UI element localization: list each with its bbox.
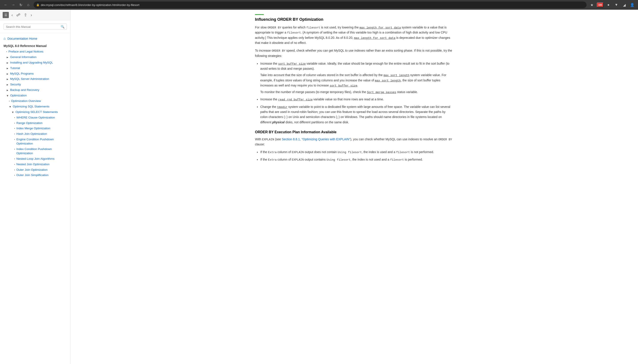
- bullet-icon: •: [14, 132, 15, 136]
- nav-item-nested-join[interactable]: • Nested Join Optimization: [0, 162, 71, 167]
- sidebar-toolbar: ☰ ‹ ☍ ⇧ ›: [0, 10, 71, 20]
- explain-item-2: If the Extra column of EXPLAIN output co…: [260, 157, 454, 162]
- content-inner: Influencing ORDER BY Optimization For sl…: [246, 10, 462, 174]
- nav-item-index-merge[interactable]: • Index Merge Optimization: [0, 126, 71, 131]
- extensions-button[interactable]: ●: [605, 2, 611, 8]
- content-area: Influencing ORDER BY Optimization For sl…: [71, 10, 638, 364]
- nav-item-sql-statements[interactable]: ▼ Optimizing SQL Statements: [0, 104, 71, 110]
- badge-button[interactable]: 100: [597, 2, 603, 7]
- programs-link[interactable]: MySQL Programs: [10, 72, 34, 76]
- star-button[interactable]: ★: [589, 2, 595, 8]
- browser-actions: ★ 100 ● ▼ ◢ 👤: [589, 2, 635, 8]
- bullet1-text2: Take into account that the size of colum…: [260, 72, 454, 88]
- nav-item-where-clause[interactable]: • WHERE Clause Optimization: [0, 115, 71, 120]
- nav-item-security[interactable]: ► Security: [0, 82, 71, 87]
- bullet1-text3: To monitor the number of merge passes (t…: [260, 90, 454, 95]
- range-link[interactable]: Range Optimization: [16, 121, 43, 125]
- explain-section-link[interactable]: Section 8.8.1, "Optimizing Queries with …: [282, 138, 350, 141]
- nested-join-link[interactable]: Nested Join Optimization: [16, 162, 50, 166]
- bullet-icon: •: [6, 50, 7, 54]
- preface-link[interactable]: Preface and Legal Notices: [9, 50, 43, 54]
- forward-button[interactable]: →: [10, 2, 16, 8]
- outer-join-link[interactable]: Outer Join Optimization: [16, 168, 48, 172]
- sql-statements-link[interactable]: Optimizing SQL Statements: [13, 104, 50, 109]
- arrow-icon: ►: [6, 78, 9, 81]
- bullet-icon: •: [14, 116, 15, 120]
- select-statements-link[interactable]: Optimizing SELECT Statements: [16, 110, 58, 114]
- reload-button[interactable]: ↻: [18, 2, 24, 8]
- nav-item-hash-join[interactable]: • Hash Join Optimization: [0, 131, 71, 137]
- arrow-icon: ►: [6, 72, 9, 76]
- optimization-link[interactable]: Optimization: [10, 94, 27, 98]
- index-condition-link[interactable]: Index Condition Pushdown Optimization: [16, 147, 67, 156]
- index-merge-link[interactable]: Index Merge Optimization: [16, 126, 50, 130]
- address-bar-container[interactable]: 🔒: [34, 2, 586, 8]
- tutorial-link[interactable]: Tutorial: [10, 66, 20, 70]
- server-admin-link[interactable]: MySQL Server Administration: [10, 77, 49, 81]
- bullet-icon: •: [14, 163, 15, 166]
- arrow-down-icon: ▼: [6, 94, 9, 98]
- nav-item-overview[interactable]: • Optimization Overview: [0, 98, 71, 104]
- nav-item-nested-loop[interactable]: • Nested-Loop Join Algorithms: [0, 156, 71, 162]
- nav-item-preface[interactable]: • Preface and Legal Notices: [0, 49, 71, 54]
- installing-link[interactable]: Installing and Upgrading MySQL: [10, 61, 53, 65]
- back-button[interactable]: ←: [3, 2, 9, 8]
- puzzle-icon[interactable]: ◢: [621, 2, 627, 8]
- profile-icon[interactable]: 👤: [629, 2, 635, 8]
- arrow-icon: ►: [6, 61, 9, 65]
- section2-para1: With EXPLAIN (see Section 8.8.1, "Optimi…: [255, 137, 454, 147]
- home-button[interactable]: ⌂: [25, 2, 31, 8]
- search-box[interactable]: 🔍: [4, 24, 67, 30]
- nav-item-installing[interactable]: ► Installing and Upgrading MySQL: [0, 60, 71, 66]
- overview-link[interactable]: Optimization Overview: [11, 99, 41, 103]
- nav-icon[interactable]: ▼: [613, 2, 619, 8]
- general-info-link[interactable]: General Information: [10, 55, 37, 59]
- hash-join-link[interactable]: Hash Join Optimization: [16, 132, 47, 136]
- section1-para2: To increase ORDER BY speed, check whethe…: [255, 48, 454, 58]
- outer-join-simplification-link[interactable]: Outer Join Simplification: [16, 173, 49, 177]
- arrow-down-icon: ▼: [12, 110, 14, 114]
- nav-item-programs[interactable]: ► MySQL Programs: [0, 71, 71, 76]
- documentation-home-link[interactable]: ⌂ Documentation Home: [0, 35, 71, 42]
- sidebar-up-button[interactable]: ⇧: [23, 12, 28, 18]
- strategy-item-2: Increase the read_rnd_buffer_size variab…: [260, 97, 454, 102]
- explain-item-1: If the Extra column of EXPLAIN output do…: [260, 150, 454, 155]
- main-layout: ☰ ‹ ☍ ⇧ › 🔍 ⌂ Documentation Home MySQL 8…: [0, 10, 638, 364]
- where-clause-link[interactable]: WHERE Clause Optimization: [16, 116, 55, 120]
- section1-para1: For slow ORDER BY queries for which file…: [255, 25, 454, 46]
- nav-item-select-statements[interactable]: ▼ Optimizing SELECT Statements: [0, 110, 71, 115]
- nav-item-outer-join[interactable]: • Outer Join Optimization: [0, 167, 71, 173]
- progress-bar-fill: [255, 14, 264, 15]
- search-icon: 🔍: [61, 25, 65, 28]
- bullet-icon: •: [14, 157, 15, 161]
- home-icon: ⌂: [4, 36, 6, 40]
- nested-loop-link[interactable]: Nested-Loop Join Algorithms: [16, 157, 55, 161]
- nav-item-engine-condition[interactable]: • Engine Condition Pushdown Optimization: [0, 137, 71, 146]
- search-container: 🔍: [0, 20, 71, 33]
- bullet-icon: •: [14, 168, 15, 172]
- engine-condition-link[interactable]: Engine Condition Pushdown Optimization: [16, 138, 67, 146]
- nav-item-server-admin[interactable]: ► MySQL Server Administration: [0, 76, 71, 82]
- bullet-icon: •: [14, 122, 15, 125]
- arrow-icon: ►: [6, 66, 9, 70]
- sidebar-prev-button[interactable]: ‹: [11, 12, 14, 18]
- nav-item-general[interactable]: ► General Information: [0, 54, 71, 60]
- bullet-icon: •: [9, 100, 10, 103]
- sidebar-next-button[interactable]: ›: [30, 12, 33, 18]
- strategy-item-1: Increase the sort_buffer_size variable v…: [260, 61, 454, 95]
- sidebar-book-button[interactable]: ☍: [16, 12, 21, 18]
- nav-item-backup[interactable]: ► Backup and Recovery: [0, 87, 71, 93]
- sidebar-toggle-button[interactable]: ☰: [3, 12, 9, 18]
- nav-item-range[interactable]: • Range Optimization: [0, 120, 71, 126]
- search-input[interactable]: [6, 25, 59, 28]
- address-input[interactable]: [41, 3, 584, 6]
- arrow-icon: ►: [6, 56, 9, 59]
- manual-title: MySQL 8.0 Reference Manual: [0, 42, 71, 49]
- nav-item-index-condition[interactable]: • Index Condition Pushdown Optimization: [0, 146, 71, 156]
- bullet-icon: •: [14, 138, 15, 142]
- nav-item-tutorial[interactable]: ► Tutorial: [0, 66, 71, 71]
- backup-link[interactable]: Backup and Recovery: [10, 88, 39, 92]
- security-link[interactable]: Security: [10, 82, 21, 87]
- nav-item-outer-join-simplification[interactable]: • Outer Join Simplification: [0, 172, 71, 178]
- nav-item-optimization[interactable]: ▼ Optimization: [0, 93, 71, 98]
